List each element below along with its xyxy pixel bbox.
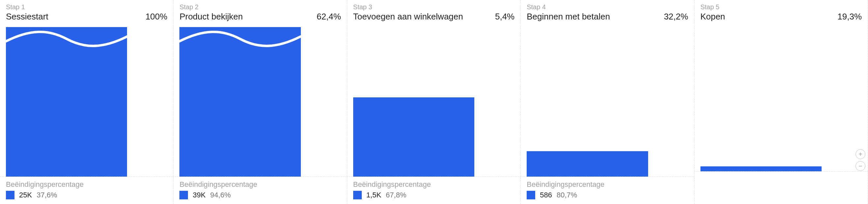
step-chart-area	[521, 27, 694, 177]
step-percentage: 32,2%	[664, 11, 688, 22]
abandonment-label: Beëindigingspercentage	[6, 180, 167, 189]
step-footer: Beëindigingspercentage39K94,6%	[174, 177, 347, 204]
funnel-step[interactable]: Stap 5Kopen19,3%	[694, 0, 868, 204]
abandonment-percentage: 80,7%	[557, 191, 577, 199]
abandonment-label: Beëindigingspercentage	[179, 180, 341, 189]
step-number: Stap 2	[179, 3, 341, 11]
abandonment-percentage: 67,8%	[386, 191, 406, 199]
step-title: Sessiestart	[6, 11, 49, 22]
legend-swatch-icon	[353, 191, 362, 199]
step-title-row: Sessiestart100%	[6, 11, 167, 22]
zoom-in-button[interactable]: +	[856, 149, 865, 159]
funnel-step[interactable]: Stap 3Toevoegen aan winkelwagen5,4%Beëin…	[347, 0, 521, 204]
abandonment-count: 586	[540, 191, 552, 199]
step-header: Stap 3Toevoegen aan winkelwagen5,4%	[347, 0, 520, 22]
funnel-step[interactable]: Stap 1Sessiestart100%Beëindigingspercent…	[0, 0, 174, 204]
step-number: Stap 5	[701, 3, 862, 11]
step-chart-area	[0, 27, 173, 177]
legend-swatch-icon	[6, 191, 14, 199]
step-header: Stap 1Sessiestart100%	[0, 0, 173, 22]
funnel-step[interactable]: Stap 2Product bekijken62,4%Beëindigingsp…	[174, 0, 347, 204]
abandonment-row: 58680,7%	[527, 191, 688, 199]
step-percentage: 5,4%	[495, 11, 515, 22]
step-chart-area	[174, 27, 347, 177]
step-bar	[353, 97, 474, 177]
step-number: Stap 4	[527, 3, 688, 11]
step-title-row: Product bekijken62,4%	[179, 11, 341, 22]
step-footer	[694, 172, 868, 204]
abandonment-count: 1,5K	[366, 191, 381, 199]
step-footer: Beëindigingspercentage58680,7%	[521, 177, 694, 204]
step-bar	[6, 27, 127, 177]
step-title: Product bekijken	[179, 11, 243, 22]
step-footer: Beëindigingspercentage25K37,6%	[0, 177, 173, 204]
step-header: Stap 2Product bekijken62,4%	[174, 0, 347, 22]
step-percentage: 62,4%	[317, 11, 341, 22]
abandonment-count: 25K	[19, 191, 32, 199]
zoom-out-button[interactable]: −	[856, 161, 865, 171]
abandonment-label: Beëindigingspercentage	[353, 180, 515, 189]
zoom-controls: +−	[856, 149, 865, 171]
step-title: Kopen	[701, 11, 725, 22]
step-title-row: Toevoegen aan winkelwagen5,4%	[353, 11, 515, 22]
funnel-step[interactable]: Stap 4Beginnen met betalen32,2%Beëindigi…	[521, 0, 694, 204]
step-header: Stap 4Beginnen met betalen32,2%	[521, 0, 694, 22]
step-bar	[527, 151, 648, 177]
step-number: Stap 3	[353, 3, 515, 11]
step-number: Stap 1	[6, 3, 167, 11]
step-chart-area	[347, 27, 520, 177]
step-percentage: 19,3%	[837, 11, 862, 22]
step-chart-area	[694, 27, 868, 172]
abandonment-row: 25K37,6%	[6, 191, 167, 199]
step-footer: Beëindigingspercentage1,5K67,8%	[347, 177, 520, 204]
step-title: Toevoegen aan winkelwagen	[353, 11, 463, 22]
legend-swatch-icon	[179, 191, 188, 199]
abandonment-label: Beëindigingspercentage	[527, 180, 688, 189]
abandonment-row: 39K94,6%	[179, 191, 341, 199]
step-percentage: 100%	[146, 11, 167, 22]
step-bar	[179, 27, 301, 177]
step-title-row: Beginnen met betalen32,2%	[527, 11, 688, 22]
abandonment-percentage: 37,6%	[36, 191, 57, 199]
legend-swatch-icon	[527, 191, 535, 199]
step-title-row: Kopen19,3%	[701, 11, 862, 22]
abandonment-percentage: 94,6%	[210, 191, 231, 199]
funnel-chart: Stap 1Sessiestart100%Beëindigingspercent…	[0, 0, 868, 204]
step-header: Stap 5Kopen19,3%	[694, 0, 868, 22]
abandonment-row: 1,5K67,8%	[353, 191, 515, 199]
step-title: Beginnen met betalen	[527, 11, 610, 22]
abandonment-count: 39K	[192, 191, 206, 199]
step-bar	[701, 167, 822, 171]
